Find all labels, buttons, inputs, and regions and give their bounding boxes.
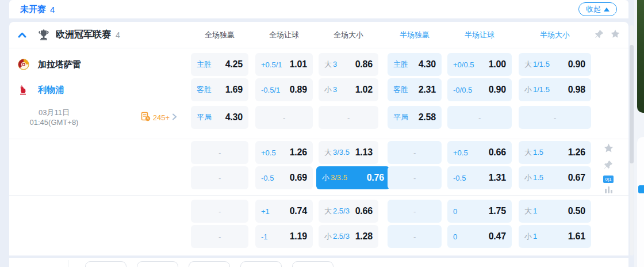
match-star-icon[interactable] [603, 143, 614, 156]
odds-cell-ht-over[interactable]: 大1.51.26 [519, 141, 591, 164]
odds-cell-ft-handicap-home[interactable]: +0.5/11.01 [255, 53, 313, 76]
draw-row: 03月11日 01:45(GMT+8) [9, 106, 628, 129]
column-header-ht-overunder: 半场大小 [519, 22, 591, 48]
pitch-image-fragment [637, 0, 644, 113]
markets-count: 245+ [153, 113, 170, 122]
odds-cell-ht-handicap-away[interactable]: -0/0.50.90 [447, 78, 512, 101]
alt-line-row: - +10.74 大2.5/30.66 - 01.75 大10.50 [9, 200, 628, 223]
column-header-ft-overunder: 全场大小 [319, 22, 378, 48]
odds-cell-ft-over[interactable]: 大30.86 [319, 53, 378, 76]
odds-cell-ft-under-selected[interactable]: 小3/3.50.76 [316, 166, 390, 189]
odds-cell-empty: - [519, 106, 591, 129]
odds-cell-ht-handicap[interactable]: 00.47 [447, 225, 512, 248]
home-team-row: 加拉塔萨雷 主胜4.25 +0.5/11.01 大30.86 主胜4.30 +0… [9, 53, 628, 76]
chevron-up-icon[interactable] [17, 31, 27, 39]
match-time: 03月11日 01:45(GMT+8) [12, 108, 97, 127]
markets-stats-icon [141, 112, 151, 124]
odds-cell-ht-handicap[interactable]: +0.50.66 [447, 141, 512, 164]
odds-cell-empty: - [319, 106, 378, 129]
away-team-name: 利物浦 [38, 85, 64, 96]
odds-cell-ft-handicap[interactable]: -0.50.69 [255, 166, 313, 189]
status-bar: 未开赛 4 收起 [9, 0, 628, 18]
odds-cell-ft-over[interactable]: 大2.5/30.66 [319, 200, 378, 223]
league-header: 欧洲冠军联赛 4 全场独赢 全场让球 全场大小 半场独赢 半场让球 半场大小 [9, 22, 628, 48]
status-count: 4 [50, 5, 55, 14]
odds-cell-empty: - [447, 106, 512, 129]
odds-cell-ht1x2-draw[interactable]: 平局2.58 [388, 106, 442, 129]
odds-cell-ht-under[interactable]: 小11.61 [519, 225, 591, 248]
league-title: 欧洲冠军联赛 [56, 29, 111, 41]
odds-cell-ht-under[interactable]: 小1.50.67 [519, 166, 591, 189]
alt-line-row: - +0.51.26 大3/3.51.13 - +0.50.66 大1.51.2… [9, 141, 628, 164]
odds-rows: 加拉塔萨雷 主胜4.25 +0.5/11.01 大30.86 主胜4.30 +0… [9, 48, 628, 248]
column-header-ft-handicap: 全场让球 [255, 22, 313, 48]
odds-cell-ht-handicap[interactable]: -0.51.31 [447, 166, 512, 189]
odds-cell-ft-under[interactable]: 小2.5/31.28 [319, 225, 378, 248]
divider [68, 260, 68, 267]
status-label: 未开赛 [20, 4, 46, 15]
league-card: 欧洲冠军联赛 4 全场独赢 全场让球 全场大小 半场独赢 半场让球 半场大小 [9, 22, 628, 255]
market-pill[interactable] [189, 261, 230, 267]
odds-cell-ft-handicap-away[interactable]: -0.5/10.89 [255, 78, 313, 101]
odds-cell-empty: - [388, 141, 442, 164]
score-badge[interactable]: 0|1 [603, 176, 614, 183]
alt-line-row: - -0.50.69 小3/3.50.76 - -0.51.31 小1.50.6… [9, 166, 628, 189]
odds-cell-empty: - [191, 166, 248, 189]
next-section-clipped [9, 258, 628, 267]
market-pill[interactable] [292, 261, 334, 267]
market-pill[interactable] [240, 261, 282, 267]
section-divider [9, 139, 628, 139]
odds-cell-ht-handicap[interactable]: 01.75 [447, 200, 512, 223]
section-divider [9, 195, 628, 196]
away-team-row: 利物浦 客胜1.69 -0.5/10.89 小31.02 客胜2.31 -0/0… [9, 78, 628, 101]
right-blue-button-fragment[interactable] [638, 185, 644, 193]
away-team-logo [17, 84, 30, 96]
match-tools: 0|1 [602, 143, 615, 193]
odds-cell-empty: - [388, 166, 442, 189]
scrollbar-thumb[interactable] [630, 45, 634, 163]
star-icon[interactable] [610, 29, 620, 41]
odds-cell-ht-over[interactable]: 大1/1.50.90 [519, 53, 591, 76]
odds-cell-ht-over[interactable]: 大10.50 [519, 200, 591, 223]
column-header-ft-1x2: 全场独赢 [191, 22, 248, 48]
home-team-name: 加拉塔萨雷 [38, 59, 81, 70]
odds-cell-empty: - [388, 225, 442, 248]
league-trophy-icon [37, 29, 50, 41]
odds-cell-empty: - [255, 106, 313, 129]
collapse-all-button[interactable]: 收起 [578, 2, 617, 16]
column-header-ht-1x2: 半场独赢 [388, 22, 442, 48]
odds-cell-ht1x2-away[interactable]: 客胜2.31 [388, 78, 442, 101]
right-card-fragment [637, 137, 644, 267]
odds-cell-ft1x2-draw[interactable]: 平局4.30 [191, 106, 248, 129]
odds-cell-empty: - [388, 200, 442, 223]
odds-cell-empty: - [191, 225, 248, 248]
column-header-ht-handicap: 半场让球 [447, 22, 512, 48]
pin-icon[interactable] [594, 29, 604, 41]
odds-cell-ft-handicap[interactable]: +10.74 [255, 200, 313, 223]
betting-page: 未开赛 4 收起 [0, 0, 644, 267]
match-pin-icon[interactable] [603, 159, 614, 172]
odds-cell-ft-handicap[interactable]: -11.19 [255, 225, 313, 248]
triangle-up-icon [604, 7, 610, 12]
odds-cell-ft-under[interactable]: 小31.02 [319, 78, 378, 101]
match-date: 03月11日 [12, 108, 97, 117]
market-pill[interactable] [85, 261, 126, 267]
odds-cell-ft1x2-home[interactable]: 主胜4.25 [191, 53, 248, 76]
market-pill[interactable] [137, 261, 178, 267]
home-team-logo [17, 59, 30, 70]
odds-cell-empty: - [191, 141, 248, 164]
chevron-right-icon [172, 112, 177, 123]
league-count: 4 [116, 30, 120, 40]
odds-cell-ft1x2-away[interactable]: 客胜1.69 [191, 78, 248, 101]
odds-cell-ht1x2-home[interactable]: 主胜4.30 [388, 53, 442, 76]
collapse-all-label: 收起 [586, 4, 601, 14]
odds-cell-ht-under[interactable]: 小1/1.50.98 [519, 78, 591, 101]
odds-cell-empty: - [191, 200, 248, 223]
odds-cell-ht-handicap-home[interactable]: +0/0.51.00 [447, 53, 512, 76]
match-clock: 01:45(GMT+8) [12, 117, 97, 127]
odds-cell-ft-over[interactable]: 大3/3.51.13 [319, 141, 378, 164]
stats-bars-icon[interactable] [605, 186, 612, 193]
odds-cell-ft-handicap[interactable]: +0.51.26 [255, 141, 313, 164]
more-markets-link[interactable]: 245+ [141, 112, 177, 124]
league-header-label: 欧洲冠军联赛 4 [9, 29, 190, 41]
